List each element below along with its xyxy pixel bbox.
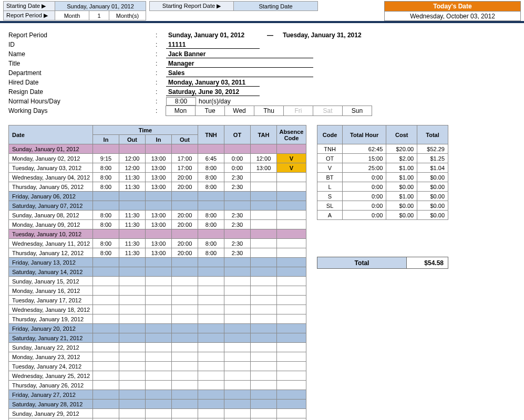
cell-out1[interactable] — [119, 192, 146, 201]
cell-tah[interactable] — [251, 248, 277, 258]
cell-out1[interactable] — [119, 258, 146, 267]
cell-ot[interactable] — [224, 390, 251, 400]
cell-in2[interactable]: 13:00 — [146, 211, 172, 220]
cell-tah[interactable] — [251, 314, 277, 324]
cell-ot[interactable]: 2:30 — [224, 248, 251, 258]
cell-out2[interactable] — [172, 314, 198, 324]
cell-in1[interactable] — [93, 400, 119, 409]
cell-out2[interactable] — [172, 286, 198, 296]
id-value[interactable]: 11111 — [166, 41, 260, 49]
cell-absence-code[interactable] — [277, 201, 306, 211]
cell-out1[interactable]: 11:30 — [119, 248, 146, 258]
cell-out2[interactable]: 20:00 — [172, 220, 198, 229]
cell-tah[interactable] — [251, 220, 277, 229]
cell-absence-code[interactable] — [277, 239, 306, 248]
cell-in2[interactable]: 13:00 — [146, 220, 172, 229]
cell-in1[interactable]: 8:00 — [93, 182, 119, 192]
cell-out2[interactable] — [172, 324, 198, 333]
cell-out1[interactable] — [119, 409, 146, 418]
cell-absence-code[interactable] — [277, 220, 306, 229]
cell-tah[interactable] — [251, 400, 277, 409]
cell-absence-code[interactable] — [277, 371, 306, 381]
cell-in1[interactable] — [93, 381, 119, 390]
cell-tnh[interactable] — [198, 324, 224, 333]
cell-tnh[interactable] — [198, 267, 224, 277]
cell-tnh[interactable] — [198, 296, 224, 305]
cell-out2[interactable] — [172, 296, 198, 305]
cell-in2[interactable] — [146, 305, 172, 314]
cell-in1[interactable]: 8:00 — [93, 239, 119, 248]
cell-tnh[interactable]: 8:00 — [198, 248, 224, 258]
cell-tah[interactable] — [251, 305, 277, 314]
working-day-cell[interactable]: Wed — [224, 106, 254, 116]
cell-tnh[interactable]: 8:00 — [198, 163, 224, 173]
cell-out2[interactable]: 20:00 — [172, 173, 198, 182]
cell-ot[interactable] — [224, 371, 251, 381]
cell-tah[interactable]: 12:00 — [251, 154, 277, 163]
cell-tah[interactable] — [251, 324, 277, 333]
cell-out2[interactable]: 17:00 — [172, 154, 198, 163]
cell-out1[interactable] — [119, 277, 146, 286]
cell-in1[interactable] — [93, 267, 119, 277]
cell-tah[interactable] — [251, 333, 277, 343]
cell-absence-code[interactable] — [277, 324, 306, 333]
cell-out1[interactable] — [119, 296, 146, 305]
cell-in1[interactable] — [93, 201, 119, 211]
cell-ot[interactable]: 2:30 — [224, 182, 251, 192]
cell-in1[interactable] — [93, 409, 119, 418]
cell-in1[interactable] — [93, 144, 119, 154]
working-day-cell[interactable]: Sun — [342, 106, 372, 116]
cell-in1[interactable]: 8:00 — [93, 248, 119, 258]
cell-out2[interactable] — [172, 371, 198, 381]
cell-ot[interactable] — [224, 381, 251, 390]
cell-out2[interactable] — [172, 362, 198, 371]
working-day-cell[interactable]: Sat — [313, 106, 343, 116]
cell-out2[interactable] — [172, 390, 198, 400]
cell-tah[interactable] — [251, 381, 277, 390]
cell-in2[interactable] — [146, 352, 172, 362]
cell-out2[interactable] — [172, 305, 198, 314]
cell-ot[interactable] — [224, 277, 251, 286]
working-day-cell[interactable]: Thu — [254, 106, 284, 116]
cell-in2[interactable] — [146, 324, 172, 333]
cell-tah[interactable] — [251, 362, 277, 371]
cell-out1[interactable] — [119, 418, 146, 421]
cell-tah[interactable] — [251, 173, 277, 182]
cell-tah[interactable] — [251, 192, 277, 201]
cell-absence-code[interactable] — [277, 390, 306, 400]
cell-out1[interactable]: 12:00 — [119, 163, 146, 173]
cell-out1[interactable] — [119, 390, 146, 400]
department-value[interactable]: Sales — [166, 69, 313, 77]
cell-ot[interactable] — [224, 418, 251, 421]
cell-in1[interactable] — [93, 258, 119, 267]
cell-out1[interactable] — [119, 352, 146, 362]
cell-tnh[interactable]: 8:00 — [198, 173, 224, 182]
cell-in2[interactable] — [146, 258, 172, 267]
cell-out2[interactable] — [172, 267, 198, 277]
cell-tnh[interactable]: 8:00 — [198, 211, 224, 220]
cell-in1[interactable] — [93, 192, 119, 201]
cell-ot[interactable] — [224, 343, 251, 352]
cell-tnh[interactable] — [198, 192, 224, 201]
cell-in2[interactable] — [146, 229, 172, 239]
cell-ot[interactable] — [224, 201, 251, 211]
cell-tnh[interactable]: 8:00 — [198, 220, 224, 229]
cell-tnh[interactable] — [198, 258, 224, 267]
cell-out2[interactable]: 20:00 — [172, 239, 198, 248]
cell-out2[interactable] — [172, 201, 198, 211]
cell-tnh[interactable] — [198, 305, 224, 314]
hired-date-value[interactable]: Monday, January 03, 2011 — [166, 79, 260, 87]
working-day-cell[interactable]: Mon — [166, 106, 196, 116]
cell-in2[interactable]: 13:00 — [146, 163, 172, 173]
cell-ot[interactable]: 2:30 — [224, 173, 251, 182]
cell-in2[interactable] — [146, 286, 172, 296]
cell-ot[interactable] — [224, 324, 251, 333]
cell-in2[interactable] — [146, 267, 172, 277]
cell-in1[interactable] — [93, 314, 119, 324]
cell-absence-code[interactable]: V — [277, 163, 306, 173]
cell-out2[interactable] — [172, 343, 198, 352]
cell-ot[interactable] — [224, 409, 251, 418]
cell-in1[interactable] — [93, 390, 119, 400]
cell-tah[interactable] — [251, 352, 277, 362]
cell-absence-code[interactable] — [277, 333, 306, 343]
